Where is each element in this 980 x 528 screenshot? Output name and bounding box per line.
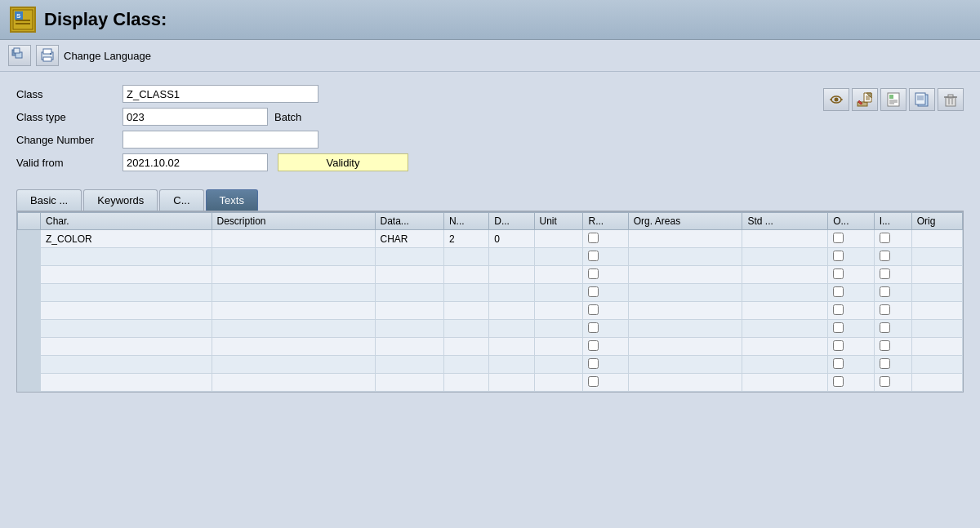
i-checkbox-cell[interactable] <box>874 320 911 338</box>
class-input[interactable] <box>122 85 318 103</box>
r-checkbox[interactable] <box>588 268 599 279</box>
data-type-cell <box>375 374 443 392</box>
description-cell[interactable] <box>212 284 375 302</box>
validity-button[interactable]: Validity <box>278 153 408 171</box>
description-cell[interactable] <box>212 302 375 320</box>
std-cell <box>742 374 828 392</box>
i-checkbox-cell[interactable] <box>874 266 911 284</box>
r-checkbox[interactable] <box>588 286 599 297</box>
edit-btn[interactable] <box>852 88 878 111</box>
description-cell[interactable] <box>212 266 375 284</box>
i-checkbox[interactable] <box>880 340 890 351</box>
i-checkbox[interactable] <box>880 233 890 243</box>
char-cell[interactable] <box>41 374 212 392</box>
i-checkbox-cell[interactable] <box>874 356 911 374</box>
o-checkbox[interactable] <box>833 251 844 261</box>
o-checkbox-cell[interactable] <box>828 284 874 302</box>
r-checkbox[interactable] <box>588 233 599 243</box>
i-checkbox[interactable] <box>880 322 890 333</box>
i-checkbox[interactable] <box>880 304 890 315</box>
tab-texts[interactable]: Texts <box>206 189 258 211</box>
i-checkbox[interactable] <box>880 251 890 261</box>
i-checkbox-cell[interactable] <box>874 302 911 320</box>
description-cell[interactable] <box>212 338 375 356</box>
o-checkbox-cell[interactable] <box>828 230 874 248</box>
char-cell[interactable] <box>41 266 212 284</box>
r-checkbox-cell[interactable] <box>583 374 628 392</box>
valid-from-input[interactable] <box>122 153 268 171</box>
col-header-orig: Orig <box>911 213 962 230</box>
new-btn[interactable] <box>880 88 906 111</box>
r-checkbox-cell[interactable] <box>583 248 628 266</box>
o-checkbox-cell[interactable] <box>828 302 874 320</box>
tab-c[interactable]: C... <box>159 189 203 211</box>
i-checkbox[interactable] <box>880 376 890 387</box>
r-checkbox[interactable] <box>588 251 599 261</box>
display-btn[interactable] <box>823 88 849 111</box>
o-checkbox[interactable] <box>833 376 844 387</box>
description-cell[interactable] <box>212 320 375 338</box>
o-checkbox-cell[interactable] <box>828 374 874 392</box>
r-checkbox[interactable] <box>588 304 599 315</box>
r-checkbox[interactable] <box>588 340 599 351</box>
change-number-input[interactable] <box>122 131 318 149</box>
char-cell[interactable] <box>41 248 212 266</box>
char-cell[interactable] <box>41 338 212 356</box>
org-areas-cell <box>628 320 742 338</box>
copy-btn[interactable] <box>909 88 935 111</box>
description-cell[interactable] <box>212 230 375 248</box>
o-checkbox[interactable] <box>833 322 844 333</box>
unit-cell <box>534 320 583 338</box>
r-checkbox[interactable] <box>588 376 599 387</box>
o-checkbox[interactable] <box>833 268 844 279</box>
o-checkbox[interactable] <box>833 340 844 351</box>
page-title: Display Class: <box>44 9 167 30</box>
description-cell[interactable] <box>212 374 375 392</box>
i-checkbox-cell[interactable] <box>874 338 911 356</box>
o-checkbox-cell[interactable] <box>828 356 874 374</box>
n-cell <box>443 320 488 338</box>
row-num-cell <box>18 320 41 338</box>
o-checkbox-cell[interactable] <box>828 320 874 338</box>
class-type-input[interactable] <box>122 108 268 126</box>
description-cell[interactable] <box>212 356 375 374</box>
tab-basic[interactable]: Basic ... <box>16 189 82 211</box>
r-checkbox-cell[interactable] <box>583 266 628 284</box>
r-checkbox-cell[interactable] <box>583 284 628 302</box>
char-cell[interactable] <box>41 320 212 338</box>
i-checkbox-cell[interactable] <box>874 284 911 302</box>
class-row: Class <box>16 85 823 103</box>
char-cell[interactable] <box>41 356 212 374</box>
o-checkbox-cell[interactable] <box>828 266 874 284</box>
o-checkbox-cell[interactable] <box>828 248 874 266</box>
i-checkbox-cell[interactable] <box>874 230 911 248</box>
o-checkbox[interactable] <box>833 286 844 297</box>
toolbar-print-btn[interactable] <box>36 45 59 66</box>
i-checkbox[interactable] <box>880 286 890 297</box>
r-checkbox-cell[interactable] <box>583 302 628 320</box>
r-checkbox-cell[interactable] <box>583 338 628 356</box>
table-row <box>18 302 963 320</box>
i-checkbox-cell[interactable] <box>874 374 911 392</box>
char-cell[interactable] <box>41 302 212 320</box>
o-checkbox-cell[interactable] <box>828 338 874 356</box>
o-checkbox[interactable] <box>833 233 844 243</box>
o-checkbox[interactable] <box>833 304 844 315</box>
r-checkbox[interactable] <box>588 322 599 333</box>
i-checkbox[interactable] <box>880 358 890 369</box>
delete-btn[interactable] <box>938 88 964 111</box>
r-checkbox-cell[interactable] <box>583 230 628 248</box>
i-checkbox-cell[interactable] <box>874 248 911 266</box>
r-checkbox-cell[interactable] <box>583 320 628 338</box>
char-cell[interactable]: Z_COLOR <box>41 230 212 248</box>
row-num-cell <box>18 266 41 284</box>
r-checkbox[interactable] <box>588 358 599 369</box>
char-cell[interactable] <box>41 284 212 302</box>
description-cell[interactable] <box>212 248 375 266</box>
i-checkbox[interactable] <box>880 268 890 279</box>
svg-rect-11 <box>50 53 51 55</box>
r-checkbox-cell[interactable] <box>583 356 628 374</box>
toolbar-change-lang-icon1[interactable] <box>8 45 31 66</box>
o-checkbox[interactable] <box>833 358 844 369</box>
tab-keywords[interactable]: Keywords <box>83 189 158 211</box>
